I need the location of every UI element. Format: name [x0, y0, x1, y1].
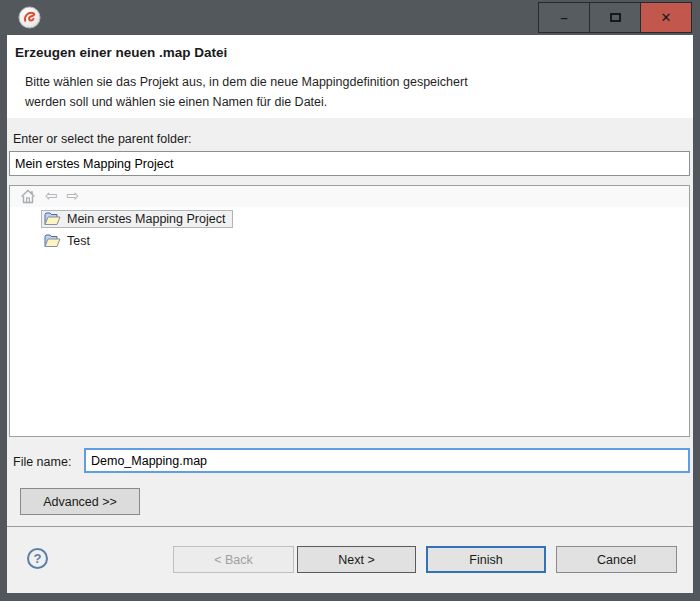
- page-description-line2: werden soll und wählen sie einen Namen f…: [25, 92, 468, 112]
- tree-row: Test: [10, 230, 689, 252]
- project-tree-panel: ⇦ ⇨ Mein erstes Mapping Project: [9, 185, 690, 437]
- open-folder-icon: [44, 234, 61, 248]
- page-description-line1: Bitte wählen sie das Projekt aus, in dem…: [25, 72, 468, 92]
- dialog-body: Erzeugen einer neuen .map Datei Bitte wä…: [7, 35, 693, 593]
- next-button[interactable]: Next >: [297, 546, 416, 573]
- finish-button[interactable]: Finish: [426, 546, 546, 573]
- advanced-button[interactable]: Advanced >>: [20, 488, 140, 515]
- home-icon[interactable]: [20, 189, 36, 204]
- tree-item-mein-erstes-mapping-project[interactable]: Mein erstes Mapping Project: [41, 210, 233, 228]
- open-folder-icon: [44, 212, 61, 226]
- titlebar[interactable]: – ✕: [0, 0, 700, 35]
- tree-item-label: Test: [67, 234, 90, 248]
- help-button[interactable]: ?: [27, 548, 48, 569]
- tree-item-test[interactable]: Test: [41, 232, 98, 250]
- cancel-button[interactable]: Cancel: [556, 546, 677, 573]
- back-arrow-icon[interactable]: ⇦: [45, 189, 58, 204]
- minimize-icon: –: [560, 10, 567, 25]
- minimize-button[interactable]: –: [538, 2, 590, 33]
- close-button[interactable]: ✕: [640, 2, 692, 33]
- parent-folder-input[interactable]: [9, 151, 690, 176]
- tree-items: Mein erstes Mapping Project Test: [10, 207, 689, 252]
- app-logo-icon: [18, 6, 41, 29]
- parent-folder-label: Enter or select the parent folder:: [13, 132, 192, 146]
- wizard-header: Erzeugen einer neuen .map Datei Bitte wä…: [7, 35, 693, 118]
- tree-item-label: Mein erstes Mapping Project: [67, 212, 225, 226]
- help-icon: ?: [34, 551, 42, 566]
- back-button[interactable]: < Back: [173, 546, 294, 573]
- footer-separator: [7, 526, 693, 527]
- maximize-button[interactable]: [589, 2, 641, 33]
- page-title: Erzeugen einer neuen .map Datei: [15, 45, 227, 60]
- new-map-file-dialog: – ✕ Erzeugen einer neuen .map Datei Bitt…: [0, 0, 700, 601]
- forward-arrow-icon[interactable]: ⇨: [67, 189, 80, 204]
- page-description: Bitte wählen sie das Projekt aus, in dem…: [25, 72, 468, 112]
- file-name-input[interactable]: [84, 448, 690, 473]
- tree-row: Mein erstes Mapping Project: [10, 208, 689, 230]
- maximize-icon: [610, 13, 621, 22]
- file-name-label: File name:: [13, 455, 71, 469]
- window-controls: – ✕: [539, 2, 692, 33]
- close-icon: ✕: [661, 10, 672, 25]
- tree-toolbar: ⇦ ⇨: [10, 186, 689, 207]
